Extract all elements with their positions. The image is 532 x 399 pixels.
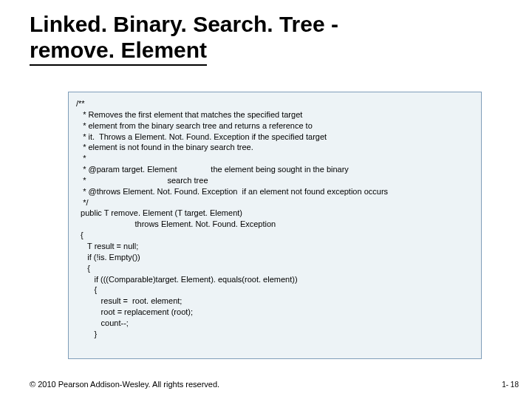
title-line-2: remove. Element xyxy=(30,38,207,66)
code-line: public T remove. Element (T target. Elem… xyxy=(76,208,474,219)
copyright-text: © 2010 Pearson Addison-Wesley. All right… xyxy=(30,380,219,389)
code-line: * xyxy=(76,153,474,164)
slide: Linked. Binary. Search. Tree - remove. E… xyxy=(0,0,532,399)
code-line: * Removes the first element that matches… xyxy=(76,109,474,120)
code-line: * it. Throws a Element. Not. Found. Exce… xyxy=(76,132,474,143)
code-line: */ xyxy=(76,197,474,208)
code-line: { xyxy=(76,230,474,241)
code-line: } xyxy=(76,329,474,340)
title-line-1: Linked. Binary. Search. Tree - xyxy=(30,12,338,36)
code-line: count--; xyxy=(76,318,474,329)
code-line: * @param target. Element the element bei… xyxy=(76,164,474,175)
code-line: if (((Comparable)target. Element). equal… xyxy=(76,274,474,285)
page-number: 1- 18 xyxy=(502,381,519,389)
code-line: { xyxy=(76,263,474,274)
slide-title: Linked. Binary. Search. Tree - remove. E… xyxy=(30,12,338,66)
code-line: throws Element. Not. Found. Exception xyxy=(76,219,474,230)
code-line: T result = null; xyxy=(76,241,474,252)
code-line: * search tree xyxy=(76,175,474,186)
code-line: if (!is. Empty()) xyxy=(76,252,474,263)
code-line: * element from the binary search tree an… xyxy=(76,120,474,132)
code-line: /** xyxy=(76,98,474,109)
code-line: * element is not found in the binary sea… xyxy=(76,142,474,153)
code-line: { xyxy=(76,284,474,296)
code-line: root = replacement (root); xyxy=(76,307,474,318)
code-box: /** * Removes the first element that mat… xyxy=(68,92,482,359)
code-line: result = root. element; xyxy=(76,296,474,307)
code-line: * @throws Element. Not. Found. Exception… xyxy=(76,186,474,197)
